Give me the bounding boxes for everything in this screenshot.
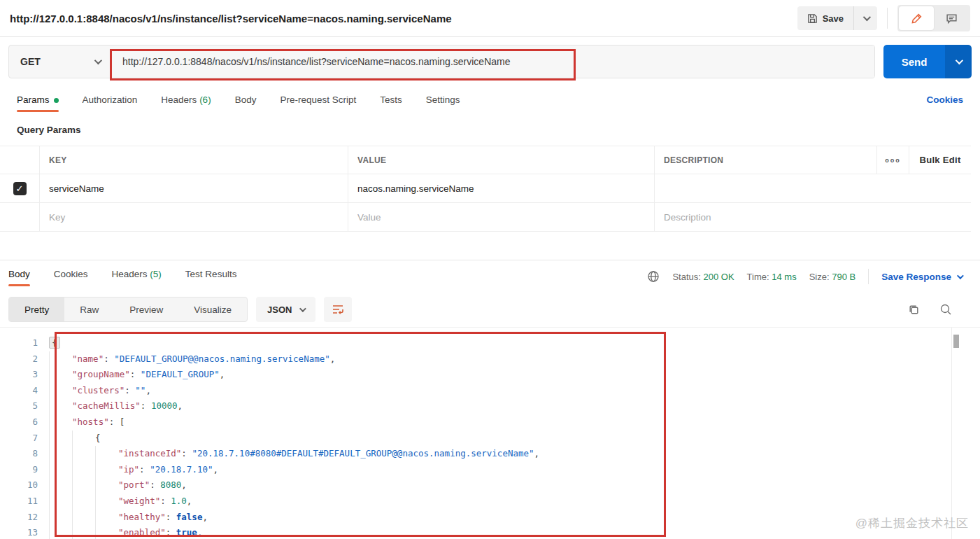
code-token: : — [109, 416, 120, 427]
param-row-empty — [0, 203, 971, 232]
method-select[interactable]: GET — [9, 46, 111, 78]
code-token: : — [125, 385, 135, 396]
more-options-button[interactable]: ooo — [876, 146, 909, 174]
tab-label: Settings — [426, 94, 460, 105]
save-response-label: Save Response — [881, 272, 951, 282]
code-line: 9"ip": "20.18.7.10", — [0, 462, 980, 478]
code-lines: 1{2"name": "DEFAULT_GROUP@@nacos.naming.… — [0, 335, 980, 539]
cookies-link[interactable]: Cookies — [926, 86, 963, 105]
new-key-input[interactable] — [49, 212, 339, 223]
new-value-input[interactable] — [357, 212, 645, 223]
indent-guide — [49, 525, 72, 539]
param-checkbox[interactable]: ✓ — [13, 182, 27, 195]
code-token: : — [166, 512, 176, 522]
code-token: "healthy" — [118, 512, 166, 522]
save-button-label: Save — [823, 13, 844, 24]
line-number: 6 — [0, 414, 49, 430]
chevron-down-icon — [956, 57, 963, 64]
new-description-input[interactable] — [664, 212, 962, 223]
code-token: "DEFAULT_GROUP@@nacos.naming.serviceName… — [114, 354, 330, 364]
copy-icon[interactable] — [908, 304, 920, 316]
response-tab-cookies[interactable]: Cookies — [54, 260, 88, 286]
tab-label: Body — [8, 269, 30, 279]
code-token: "weight" — [118, 496, 160, 506]
param-value[interactable]: nacos.naming.serviceName — [348, 174, 654, 202]
tab-params[interactable]: Params — [17, 86, 59, 112]
format-value: JSON — [267, 304, 292, 315]
time-badge: Time: 14 ms — [747, 272, 797, 282]
tab-label: Body — [235, 94, 257, 105]
tab-body[interactable]: Body — [235, 86, 257, 112]
view-raw[interactable]: Raw — [64, 298, 114, 321]
line-number: 5 — [0, 398, 49, 414]
code-token: : — [166, 527, 176, 538]
code-token: true — [176, 527, 197, 538]
param-description[interactable] — [654, 174, 971, 202]
code-token: 10000 — [151, 400, 178, 411]
code-line: 12"healthy": false, — [0, 510, 980, 526]
code-token: { — [95, 433, 101, 443]
indent-guide — [72, 493, 95, 510]
param-key[interactable]: serviceName — [39, 174, 348, 202]
indent-guide — [95, 510, 118, 526]
code-token: , — [534, 448, 540, 458]
code-token: 1.0 — [171, 496, 187, 506]
divider — [868, 269, 869, 284]
response-tab-body[interactable]: Body — [8, 260, 30, 286]
edit-button[interactable] — [899, 6, 934, 30]
wrap-lines-button[interactable] — [324, 297, 352, 322]
tab-label: Pre-request Script — [280, 94, 356, 105]
response-meta: Status: 200 OK Time: 14 ms Size: 790 B S… — [647, 260, 972, 284]
indent-guide — [72, 430, 95, 447]
search-icon[interactable] — [939, 303, 952, 316]
headers-count: (6) — [199, 94, 211, 105]
comment-button[interactable] — [934, 6, 969, 30]
code-token: "20.18.7.10" — [150, 464, 213, 475]
code-token: , — [213, 464, 218, 475]
code-token: : — [104, 354, 114, 364]
send-button[interactable]: Send — [883, 45, 945, 78]
chevron-down-icon — [957, 272, 964, 279]
code-line: 7{ — [0, 430, 980, 447]
header-checkbox-cell — [0, 146, 39, 174]
view-mode-control: Pretty Raw Preview Visualize — [8, 297, 248, 322]
url-input[interactable] — [111, 46, 874, 78]
indent-guide — [49, 493, 72, 510]
code-line: 1{ — [0, 335, 980, 351]
view-preview[interactable]: Preview — [114, 298, 178, 321]
url-bar: GET — [8, 45, 875, 78]
save-response-button[interactable]: Save Response — [881, 272, 972, 282]
headers-count: (5) — [150, 269, 162, 279]
globe-icon[interactable] — [647, 270, 660, 283]
tab-headers[interactable]: Headers (6) — [161, 86, 211, 112]
pencil-icon — [911, 13, 923, 24]
line-number: 8 — [0, 446, 49, 462]
line-number: 3 — [0, 367, 49, 383]
topbar-actions: Save — [797, 5, 970, 31]
tab-authorization[interactable]: Authorization — [83, 86, 138, 112]
code-token: "ip" — [118, 464, 139, 475]
tab-label: Cookies — [54, 269, 88, 279]
view-pretty[interactable]: Pretty — [9, 298, 64, 321]
scrollbar-thumb[interactable] — [953, 335, 959, 348]
response-view-bar: Pretty Raw Preview Visualize JSON — [0, 292, 980, 328]
line-number: 13 — [0, 525, 49, 539]
tab-pre-request-script[interactable]: Pre-request Script — [280, 86, 356, 112]
tab-tests[interactable]: Tests — [380, 86, 402, 112]
code-token: "groupName" — [72, 369, 130, 379]
bulk-edit-button[interactable]: Bulk Edit — [909, 146, 971, 174]
save-button[interactable]: Save — [797, 6, 853, 30]
code-token: , — [181, 479, 187, 490]
chevron-down-icon — [299, 305, 306, 312]
response-body-code[interactable]: 1{2"name": "DEFAULT_GROUP@@nacos.naming.… — [0, 328, 980, 539]
response-tab-test-results[interactable]: Test Results — [185, 260, 237, 286]
response-tab-headers[interactable]: Headers (5) — [112, 260, 162, 286]
view-visualize[interactable]: Visualize — [178, 298, 247, 321]
code-token: "port" — [118, 479, 150, 490]
params-active-dot — [54, 98, 59, 103]
save-options-button[interactable] — [853, 6, 877, 30]
format-select[interactable]: JSON — [256, 297, 315, 322]
indent-guide — [72, 446, 95, 462]
tab-settings[interactable]: Settings — [426, 86, 460, 112]
send-options-button[interactable] — [945, 45, 972, 78]
